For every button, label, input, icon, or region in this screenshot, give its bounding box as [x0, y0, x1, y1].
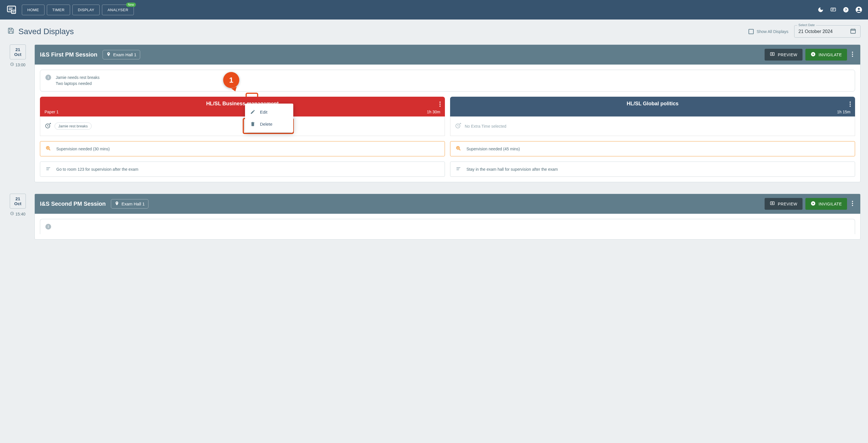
- display-row: 21 Oct 15:40 I&S Second PM Session: [7, 194, 861, 240]
- exam-duration: 1h 30m: [427, 110, 440, 114]
- help-icon[interactable]: ?: [843, 7, 849, 13]
- date-select[interactable]: Select Date 21 October 2024: [794, 25, 861, 38]
- svg-point-24: [849, 106, 851, 107]
- card-header-right: PREVIEW INVIGILATE: [765, 49, 855, 61]
- info-text: Jamie needs rest breaks Two laptops need…: [56, 75, 100, 87]
- svg-point-23: [849, 104, 851, 105]
- callout-1: 1: [223, 72, 239, 88]
- time-row: 15:40: [10, 211, 25, 216]
- exam-paper: Paper 1: [44, 110, 59, 114]
- note-text: Go to room 123 for supervision after the…: [56, 167, 138, 172]
- menu-edit[interactable]: Edit: [245, 106, 293, 118]
- exam-header: HL/SL Business management Paper 1 1h 30m: [40, 97, 445, 116]
- note-text: Stay in the exam hall for supervision af…: [466, 167, 558, 172]
- svg-point-14: [852, 52, 853, 53]
- date-day: 21: [14, 47, 21, 52]
- chat-icon[interactable]: [830, 7, 836, 13]
- page: Saved Displays Show All Displays Select …: [0, 20, 868, 257]
- topbar: HOME TIMER DISPLAY ANALYSER New ?: [0, 0, 868, 20]
- add-time-icon[interactable]: [45, 123, 51, 130]
- exam-more-icon[interactable]: [848, 100, 852, 109]
- dark-mode-icon[interactable]: [817, 7, 824, 13]
- hall-chip[interactable]: Exam Hall 1: [111, 199, 149, 209]
- play-icon: [811, 201, 816, 207]
- preview-button[interactable]: PREVIEW: [765, 49, 803, 61]
- session-more-icon[interactable]: [850, 50, 855, 59]
- session-more-icon[interactable]: [850, 199, 855, 208]
- info-icon: i: [45, 224, 51, 230]
- supervision-box: Supervision needed (45 mins): [450, 141, 855, 157]
- nav-home[interactable]: HOME: [22, 5, 44, 15]
- preview-button[interactable]: PREVIEW: [765, 198, 803, 210]
- play-icon: [811, 52, 816, 58]
- menu-delete-label: Delete: [260, 122, 272, 127]
- exam-body: Jamie rest breaks: [40, 116, 445, 136]
- card-header: I&S First PM Session Exam Hall 1 PREVIEW: [35, 45, 860, 65]
- svg-point-32: [852, 203, 853, 204]
- show-all-label: Show All Displays: [756, 29, 788, 34]
- preview-label: PREVIEW: [778, 202, 797, 206]
- notes-icon: [45, 166, 51, 172]
- save-icon: [7, 27, 14, 36]
- topbar-left: HOME TIMER DISPLAY ANALYSER New: [6, 4, 134, 15]
- session-title: I&S First PM Session: [40, 52, 97, 58]
- svg-point-22: [849, 102, 851, 103]
- svg-rect-9: [851, 29, 856, 34]
- svg-point-29: [772, 203, 773, 204]
- zoom-icon: [456, 145, 461, 152]
- card-body: i Jamie needs rest breaks Two laptops ne…: [35, 65, 860, 182]
- hall-chip[interactable]: Exam Hall 1: [102, 50, 140, 59]
- invigilate-button[interactable]: INVIGILATE: [805, 198, 847, 210]
- info-box: i Jamie needs rest breaks Two laptops ne…: [40, 70, 855, 92]
- time-row: 13:00: [10, 62, 25, 67]
- menu-delete[interactable]: Delete: [245, 118, 293, 130]
- svg-rect-7: [9, 28, 12, 30]
- no-extra-label: No Extra Time selected: [465, 124, 506, 129]
- session-title: I&S Second PM Session: [40, 201, 106, 207]
- preview-icon: [770, 201, 775, 207]
- date-box: 21 Oct: [10, 44, 26, 59]
- nav-buttons: HOME TIMER DISPLAY ANALYSER New: [22, 5, 134, 15]
- exam-duration: 1h 15m: [837, 110, 850, 114]
- exam-title: HL/SL Global politics: [455, 101, 850, 107]
- preview-icon: [770, 52, 775, 58]
- exam-card: HL/SL Global politics 1h 15m: [450, 97, 855, 136]
- nav-display[interactable]: DISPLAY: [72, 5, 100, 15]
- svg-point-18: [439, 104, 441, 105]
- clock-icon: [10, 62, 14, 67]
- app-logo[interactable]: [6, 4, 17, 15]
- svg-rect-11: [770, 53, 774, 56]
- supervision-box: Supervision needed (30 mins): [40, 141, 445, 157]
- nav-timer[interactable]: TIMER: [47, 5, 70, 15]
- display-row: 21 Oct 13:00 I&S First PM Session: [7, 44, 861, 182]
- show-all-toggle[interactable]: Show All Displays: [748, 29, 788, 34]
- display-card: I&S Second PM Session Exam Hall 1 PREVIE…: [34, 194, 861, 240]
- location-icon: [115, 201, 119, 207]
- add-time-icon[interactable]: [455, 123, 461, 130]
- supervision-text: Supervision needed (30 mins): [56, 147, 110, 151]
- svg-point-15: [852, 54, 853, 55]
- date-col: 21 Oct 15:40: [7, 194, 28, 240]
- zoom-icon: [45, 145, 51, 152]
- exam-title: HL/SL Business management: [44, 101, 440, 107]
- extra-time-chip[interactable]: Jamie rest breaks: [55, 123, 92, 130]
- svg-point-33: [852, 205, 853, 206]
- nav-analyser[interactable]: ANALYSER New: [102, 5, 133, 15]
- exam-header: HL/SL Global politics 1h 15m: [450, 97, 855, 116]
- svg-point-31: [852, 201, 853, 202]
- date-select-label: Select Date: [797, 23, 816, 27]
- card-header-left: I&S First PM Session Exam Hall 1: [40, 50, 140, 59]
- note-box: Stay in the exam hall for supervision af…: [450, 162, 855, 177]
- svg-rect-28: [770, 202, 774, 205]
- exam-more-icon[interactable]: [438, 100, 442, 109]
- display-card: I&S First PM Session Exam Hall 1 PREVIEW: [34, 44, 861, 182]
- invigilate-label: INVIGILATE: [818, 53, 842, 57]
- time-label: 15:40: [15, 212, 25, 216]
- exam-grid: 1 2 Edit Delete: [40, 97, 855, 177]
- account-icon[interactable]: [855, 6, 862, 13]
- calendar-icon: [850, 28, 856, 35]
- date-month: Oct: [14, 201, 21, 206]
- invigilate-button[interactable]: INVIGILATE: [805, 49, 847, 61]
- clock-icon: [10, 211, 14, 216]
- svg-point-16: [852, 56, 853, 57]
